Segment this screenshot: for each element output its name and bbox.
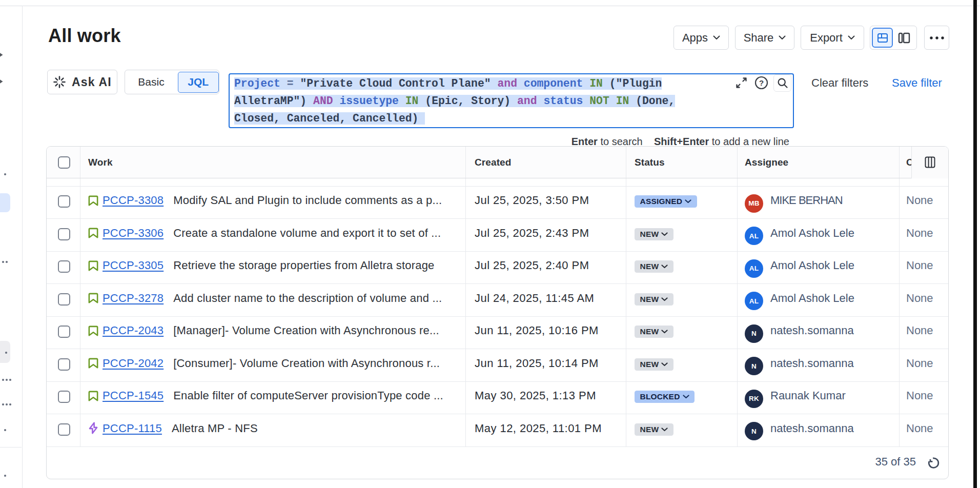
svg-text:?: ? <box>759 78 764 87</box>
